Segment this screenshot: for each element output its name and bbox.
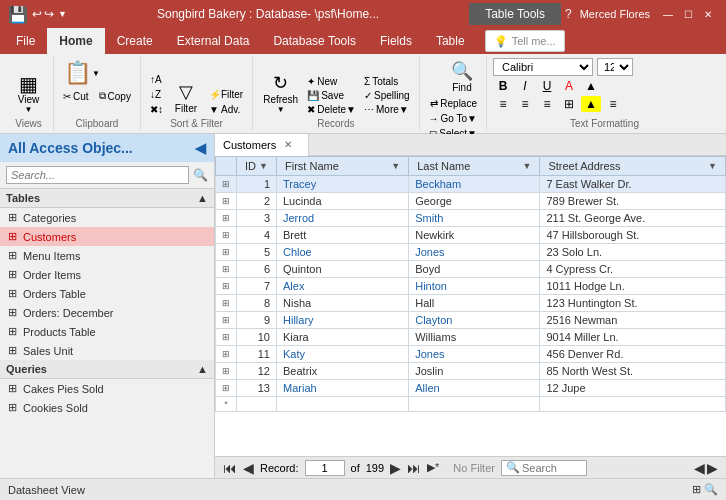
tab-database-tools[interactable]: Database Tools: [261, 28, 368, 54]
nav-prev-btn[interactable]: ◀: [243, 461, 254, 475]
underline-btn[interactable]: U: [537, 78, 557, 94]
nav-first-btn[interactable]: ⏮: [223, 461, 237, 475]
ascending-btn[interactable]: ↑A: [147, 73, 166, 86]
save-icon[interactable]: 💾: [8, 5, 28, 24]
nav-next-btn[interactable]: ▶: [390, 461, 401, 475]
help-btn[interactable]: ?: [565, 7, 572, 21]
tab-table[interactable]: Table: [424, 28, 477, 54]
search-input[interactable]: [522, 462, 582, 474]
queries-chevron[interactable]: ▲: [197, 363, 208, 375]
expand-cell[interactable]: ⊞: [216, 380, 237, 397]
expand-cell[interactable]: ⊞: [216, 363, 237, 380]
sidebar-item-categories[interactable]: ⊞ Categories: [0, 208, 214, 227]
align-center-btn[interactable]: ≡: [515, 96, 535, 112]
tab-home[interactable]: Home: [47, 28, 104, 54]
font-selector[interactable]: Calibri: [493, 58, 593, 76]
alternate-row-btn[interactable]: ≡: [603, 96, 623, 112]
align-left-btn[interactable]: ≡: [493, 96, 513, 112]
table-row[interactable]: ⊞ 5 Chloe Jones 23 Solo Ln.: [216, 244, 726, 261]
table-row[interactable]: ⊞ 6 Quinton Boyd 4 Cypress Cr.: [216, 261, 726, 278]
font-color-btn[interactable]: A: [559, 78, 579, 94]
expand-cell[interactable]: ⊞: [216, 210, 237, 227]
sidebar-item-menu-items[interactable]: ⊞ Menu Items: [0, 246, 214, 265]
sidebar-item-products-table[interactable]: ⊞ Products Table: [0, 322, 214, 341]
sidebar-item-customers[interactable]: ⊞ Customers: [0, 227, 214, 246]
more-btn[interactable]: ⋯More▼: [361, 103, 413, 116]
record-number-input[interactable]: [305, 460, 345, 476]
table-row[interactable]: ⊞ 4 Brett Newkirk 47 Hillsborough St.: [216, 227, 726, 244]
view-btn[interactable]: ▦ View ▼: [11, 72, 47, 116]
col-street-address[interactable]: Street Address ▼: [540, 157, 726, 176]
advanced-btn[interactable]: ▼ Adv.: [206, 103, 246, 116]
table-row[interactable]: ⊞ 9 Hillary Clayton 2516 Newman: [216, 312, 726, 329]
table-row[interactable]: ⊞ 8 Nisha Hall 123 Huntington St.: [216, 295, 726, 312]
italic-btn[interactable]: I: [515, 78, 535, 94]
new-record-btn[interactable]: ✦New: [304, 75, 359, 88]
table-row[interactable]: ⊞ 7 Alex Hinton 1011 Hodge Ln.: [216, 278, 726, 295]
maximize-btn[interactable]: ☐: [678, 6, 698, 22]
table-row[interactable]: ⊞ 2 Lucinda George 789 Brewer St.: [216, 193, 726, 210]
col-last-name[interactable]: Last Name ▼: [409, 157, 540, 176]
sidebar-item-cakes-pies-sold[interactable]: ⊞ Cakes Pies Sold: [0, 379, 214, 398]
scroll-right-btn[interactable]: ▶: [707, 461, 718, 475]
sidebar-item-orders-table[interactable]: ⊞ Orders Table: [0, 284, 214, 303]
col-id[interactable]: ID ▼: [237, 157, 277, 176]
sidebar-search-input[interactable]: [6, 166, 189, 184]
tab-external-data[interactable]: External Data: [165, 28, 262, 54]
font-size-selector[interactable]: 12: [597, 58, 633, 76]
table-row[interactable]: ⊞ 1 Tracey Beckham 7 East Walker Dr.: [216, 176, 726, 193]
user-menu[interactable]: Merced Flores: [580, 8, 650, 20]
tab-fields[interactable]: Fields: [368, 28, 424, 54]
expand-cell[interactable]: ⊞: [216, 176, 237, 193]
nav-new-btn[interactable]: ▶*: [427, 462, 439, 473]
remove-sort-btn[interactable]: ✖↕: [147, 103, 166, 116]
table-tab-customers[interactable]: Customers ✕: [215, 134, 309, 156]
undo-btn[interactable]: ↩: [32, 7, 42, 21]
background-color-btn[interactable]: ▲: [581, 96, 601, 112]
tab-create[interactable]: Create: [105, 28, 165, 54]
paste-btn[interactable]: 📋 ▼: [60, 58, 104, 88]
sidebar-item-order-items[interactable]: ⊞ Order Items: [0, 265, 214, 284]
expand-cell[interactable]: ⊞: [216, 278, 237, 295]
refresh-btn[interactable]: ↻ Refresh ▼: [259, 70, 302, 116]
sidebar-collapse-btn[interactable]: ◀: [195, 140, 206, 156]
new-row[interactable]: *: [216, 397, 726, 412]
expand-cell[interactable]: ⊞: [216, 244, 237, 261]
table-row[interactable]: ⊞ 11 Katy Jones 456 Denver Rd.: [216, 346, 726, 363]
find-btn[interactable]: 🔍 Find: [444, 58, 480, 95]
filter-btn[interactable]: ▽ Filter: [168, 79, 204, 116]
table-row[interactable]: ⊞ 3 Jerrod Smith 211 St. George Ave.: [216, 210, 726, 227]
descending-btn[interactable]: ↓Z: [147, 88, 166, 101]
table-row[interactable]: ⊞ 13 Mariah Allen 12 Jupe: [216, 380, 726, 397]
bold-btn[interactable]: B: [493, 78, 513, 94]
sidebar-item-sales-unit[interactable]: ⊞ Sales Unit: [0, 341, 214, 360]
quick-access-arrow[interactable]: ▼: [58, 9, 67, 19]
minimize-btn[interactable]: —: [658, 6, 678, 22]
tab-file[interactable]: File: [4, 28, 47, 54]
replace-btn[interactable]: ⇄Replace: [427, 97, 480, 110]
expand-cell[interactable]: ⊞: [216, 227, 237, 244]
expand-cell[interactable]: ⊞: [216, 295, 237, 312]
align-right-btn[interactable]: ≡: [537, 96, 557, 112]
close-btn[interactable]: ✕: [698, 6, 718, 22]
data-table-wrapper[interactable]: ID ▼ First Name ▼ Last N: [215, 156, 726, 456]
tables-chevron[interactable]: ▲: [197, 192, 208, 204]
expand-cell[interactable]: ⊞: [216, 329, 237, 346]
search-box[interactable]: 🔍: [501, 460, 587, 476]
spelling-btn[interactable]: ✓Spelling: [361, 89, 413, 102]
expand-cell[interactable]: ⊞: [216, 312, 237, 329]
delete-btn[interactable]: ✖Delete▼: [304, 103, 359, 116]
tell-me-box[interactable]: 💡 Tell me...: [485, 30, 565, 52]
copy-btn[interactable]: ⧉ Copy: [96, 89, 134, 103]
toggle-filter-btn[interactable]: ⚡Filter: [206, 88, 246, 101]
goto-btn[interactable]: →Go To▼: [426, 112, 480, 125]
close-tab-btn[interactable]: ✕: [284, 139, 292, 150]
expand-cell[interactable]: ⊞: [216, 346, 237, 363]
highlight-btn[interactable]: ▲: [581, 78, 601, 94]
sidebar-item-cookies-sold[interactable]: ⊞ Cookies Sold: [0, 398, 214, 417]
cut-btn[interactable]: ✂ Cut: [60, 89, 92, 103]
sidebar-item-orders-december[interactable]: ⊞ Orders: December: [0, 303, 214, 322]
table-row[interactable]: ⊞ 10 Kiara Williams 9014 Miller Ln.: [216, 329, 726, 346]
totals-btn[interactable]: ΣTotals: [361, 75, 413, 88]
nav-last-btn[interactable]: ⏭: [407, 461, 421, 475]
